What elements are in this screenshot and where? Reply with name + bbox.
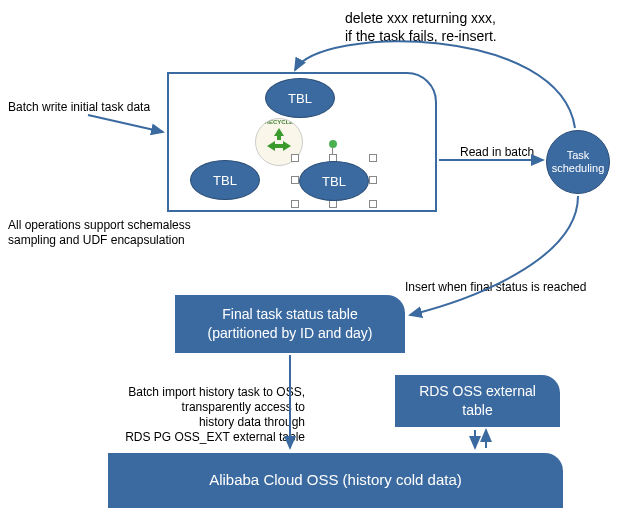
text: Task — [567, 149, 590, 161]
note-schemaless: All operations support schemaless sampli… — [8, 218, 268, 248]
task-scheduling-node: Task scheduling — [546, 130, 610, 194]
tbl-label: TBL — [213, 173, 237, 188]
tbl-node-1: TBL — [265, 78, 335, 118]
rds-oss-external-table-node: RDS OSS external table — [395, 375, 560, 427]
text: scheduling — [552, 162, 605, 174]
text: table — [462, 402, 492, 418]
tbl-node-3[interactable]: TBL — [299, 161, 369, 201]
text: transparently access to — [182, 400, 305, 414]
text: delete xxx returning xxx, — [345, 10, 496, 26]
text: Final task status table — [222, 306, 357, 322]
note-delete-reinsert: delete xxx returning xxx, if the task fa… — [345, 10, 625, 45]
text: sampling and UDF encapsulation — [8, 233, 185, 247]
text: Insert when final status is reached — [405, 280, 586, 294]
text: Read in batch — [460, 145, 534, 159]
resize-handle-icon[interactable] — [291, 176, 299, 184]
note-batch-import: Batch import history task to OSS, transp… — [75, 385, 305, 445]
text: Alibaba Cloud OSS (history cold data) — [209, 470, 462, 490]
note-read-batch: Read in batch — [460, 145, 550, 160]
resize-handle-icon[interactable] — [369, 154, 377, 162]
text: RDS PG OSS_EXT external table — [125, 430, 305, 444]
resize-handle-icon[interactable] — [369, 200, 377, 208]
tbl-node-3-selected[interactable]: TBL — [291, 154, 377, 208]
text: Batch write initial task data — [8, 100, 150, 114]
resize-handle-icon[interactable] — [329, 200, 337, 208]
rotate-handle-icon[interactable] — [329, 140, 337, 148]
tbl-label: TBL — [322, 174, 346, 189]
text: All operations support schemaless — [8, 218, 191, 232]
text: Batch import history task to OSS, — [128, 385, 305, 399]
note-insert-final: Insert when final status is reached — [405, 280, 615, 295]
resize-handle-icon[interactable] — [291, 200, 299, 208]
text: (partitioned by ID and day) — [208, 325, 373, 341]
resize-handle-icon[interactable] — [369, 176, 377, 184]
text: RDS OSS external — [419, 383, 536, 399]
text: history data through — [199, 415, 305, 429]
tbl-node-2: TBL — [190, 160, 260, 200]
final-status-table-node: Final task status table (partitioned by … — [175, 295, 405, 353]
resize-handle-icon[interactable] — [291, 154, 299, 162]
alibaba-oss-node: Alibaba Cloud OSS (history cold data) — [108, 453, 563, 508]
tbl-label: TBL — [288, 91, 312, 106]
text: if the task fails, re-insert. — [345, 28, 497, 44]
note-batch-write: Batch write initial task data — [8, 100, 158, 115]
